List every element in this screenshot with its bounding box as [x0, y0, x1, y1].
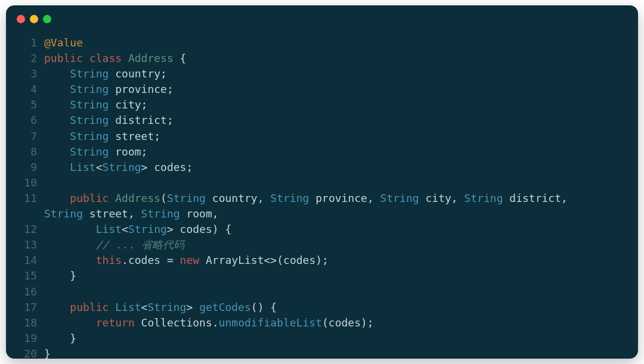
line-number: 20	[17, 346, 37, 359]
line-number: 14	[17, 253, 37, 268]
close-icon[interactable]	[17, 15, 25, 23]
code-line: 19 }	[17, 331, 627, 346]
line-number: 5	[17, 97, 37, 113]
code-content: this.codes = new ArrayList<>(codes);	[44, 253, 329, 268]
code-line: 13 // ... 省略代码	[17, 237, 627, 253]
code-line: 6 String district;	[17, 113, 627, 128]
line-number: 2	[17, 51, 37, 66]
line-number: 8	[17, 144, 37, 160]
code-line: 18 return Collections.unmodifiableList(c…	[17, 315, 627, 331]
code-editor[interactable]: 1@Value2public class Address {3 String c…	[6, 33, 638, 359]
line-number: 4	[17, 82, 37, 97]
line-number: 10	[17, 175, 37, 191]
line-number: 1	[17, 35, 37, 51]
code-line: 9 List<String> codes;	[17, 160, 627, 175]
code-content: @Value	[44, 35, 83, 51]
line-number: 17	[17, 300, 37, 315]
code-content: String city;	[44, 97, 147, 113]
line-number: 16	[17, 284, 37, 300]
code-line: 7 String street;	[17, 129, 627, 144]
code-content: String street;	[44, 129, 160, 144]
code-line: 5 String city;	[17, 97, 627, 113]
line-number: 7	[17, 129, 37, 144]
code-content: public Address(String country, String pr…	[44, 191, 574, 206]
code-line: 14 this.codes = new ArrayList<>(codes);	[17, 253, 627, 268]
line-number: 9	[17, 160, 37, 175]
code-content: List<String> codes;	[44, 160, 193, 175]
line-number: 15	[17, 268, 37, 284]
code-content: }	[44, 331, 76, 346]
code-content: }	[44, 346, 51, 359]
minimize-icon[interactable]	[30, 15, 38, 23]
code-line: 11 public Address(String country, String…	[17, 191, 627, 206]
code-line: 1@Value	[17, 35, 627, 51]
window-titlebar	[6, 5, 638, 33]
code-line: 4 String province;	[17, 82, 627, 97]
zoom-icon[interactable]	[43, 15, 51, 23]
code-line: 2public class Address {	[17, 51, 627, 66]
code-content: public class Address {	[44, 51, 186, 66]
code-line: 17 public List<String> getCodes() {	[17, 300, 627, 315]
code-content: String country;	[44, 66, 167, 82]
line-number: 12	[17, 222, 37, 237]
line-number: 13	[17, 237, 37, 253]
code-line: String street, String room,	[17, 206, 627, 222]
code-content: public List<String> getCodes() {	[44, 300, 277, 315]
code-line: 3 String country;	[17, 66, 627, 82]
code-line: 10	[17, 175, 627, 191]
code-content: String street, String room,	[44, 206, 219, 222]
code-content: String province;	[44, 82, 174, 97]
code-content: String district;	[44, 113, 174, 128]
code-content: List<String> codes) {	[44, 222, 231, 237]
code-content: }	[44, 268, 76, 284]
line-number: 11	[17, 191, 37, 206]
code-line: 15 }	[17, 268, 627, 284]
code-content: return Collections.unmodifiableList(code…	[44, 315, 374, 331]
line-number: 18	[17, 315, 37, 331]
code-window: 1@Value2public class Address {3 String c…	[6, 5, 638, 359]
line-number: 6	[17, 113, 37, 128]
code-line: 8 String room;	[17, 144, 627, 160]
code-line: 20}	[17, 346, 627, 359]
line-number: 19	[17, 331, 37, 346]
code-content: String room;	[44, 144, 147, 160]
line-number: 3	[17, 66, 37, 82]
code-line: 12 List<String> codes) {	[17, 222, 627, 237]
code-content: // ... 省略代码	[44, 237, 184, 253]
code-line: 16	[17, 284, 627, 300]
